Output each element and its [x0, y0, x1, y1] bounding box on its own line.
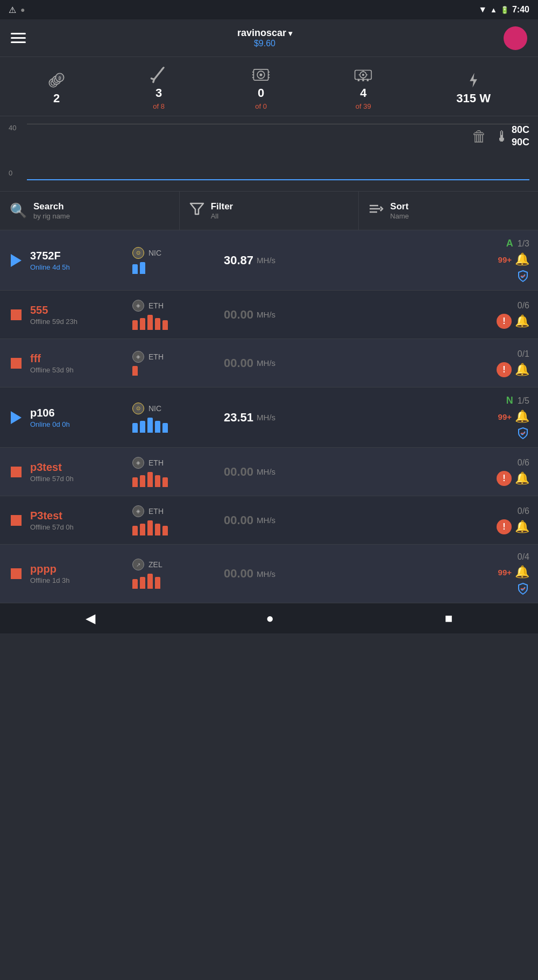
- rig-row[interactable]: P3test Offline 57d 0h ◈ ETH 00.00 MH/s 0…: [0, 496, 538, 545]
- stat-power[interactable]: 315 W: [456, 71, 491, 105]
- bell-icon: 🔔: [515, 471, 529, 485]
- svg-text:!: !: [502, 474, 505, 483]
- hash-unit: MH/s: [257, 413, 275, 422]
- bell-icon: 🔔: [515, 363, 529, 377]
- rig-name: p106: [30, 407, 127, 419]
- rig-fraction: 1/5: [518, 396, 529, 406]
- rig-name-col: pppp Offline 1d 3h: [30, 563, 127, 584]
- svg-text:!: !: [502, 365, 505, 374]
- algo-name: ETH: [148, 352, 164, 361]
- miners-icon: [150, 66, 168, 84]
- rig-name-col: 555 Offline 59d 23h: [30, 304, 127, 326]
- rig-status: Offline 1d 3h: [30, 576, 127, 584]
- rig-right-col: 0/1 ! 🔔: [470, 349, 529, 377]
- temp-critical: 90C: [512, 136, 529, 149]
- rig-row[interactable]: fff Offline 53d 9h ◈ ETH 00.00 MH/s 0/1: [0, 339, 538, 387]
- rig-name-col: 3752F Online 4d 5h: [30, 250, 127, 271]
- rig-right-col: N 1/5 99+ 🔔: [470, 395, 529, 440]
- controls-row: 🔍 Search by rig name Filter All Sort: [0, 192, 538, 230]
- username-label[interactable]: ravinoscar: [237, 27, 292, 39]
- wifi-icon: ▼: [478, 5, 487, 15]
- hash-value: 00.00: [224, 356, 253, 370]
- hash-unit: MH/s: [257, 310, 275, 319]
- rig-fraction: 0/6: [518, 301, 529, 311]
- rig-alerts: 99+ 🔔: [498, 565, 529, 579]
- coins-icon: ₿: [47, 71, 66, 89]
- warning-icon: ⚠: [9, 5, 16, 15]
- rig-name: pppp: [30, 563, 127, 575]
- coins-value: 2: [53, 91, 60, 105]
- chart-line-area: [27, 124, 529, 180]
- filter-icon: [189, 201, 204, 220]
- trash-icon[interactable]: 🗑: [472, 128, 487, 145]
- algo-name: NIC: [148, 404, 161, 413]
- rig-algo-col: ◈ ETH: [127, 351, 218, 376]
- hash-value: 00.00: [224, 308, 253, 322]
- alert-badge: !: [497, 314, 512, 329]
- stat-coins[interactable]: ₿ 2: [47, 71, 66, 105]
- filter-button[interactable]: Filter All: [180, 192, 359, 230]
- header-center[interactable]: ravinoscar $9.60: [237, 27, 292, 48]
- rig-name: 555: [30, 304, 127, 316]
- algo-bars: [132, 366, 218, 376]
- rig-algo-col: ⊙ NIC: [127, 403, 218, 433]
- rig-right-col: 0/6 ! 🔔: [470, 301, 529, 329]
- shield-icon: [516, 427, 529, 440]
- rig-top-right: 0/6: [518, 301, 529, 311]
- sort-button[interactable]: Sort Name: [359, 192, 538, 230]
- bell-icon: 🔔: [515, 520, 529, 534]
- status-icons: ⚠ ●: [9, 5, 25, 15]
- rig-alerts: ! 🔔: [497, 471, 529, 486]
- algo-bars: [132, 418, 218, 433]
- chart-area: 40 0 🗑 🌡 80C 90C: [0, 116, 538, 192]
- svg-rect-26: [358, 79, 359, 81]
- gpu-icon: [354, 66, 372, 84]
- gpu-sub: of 39: [356, 102, 371, 110]
- rig-top-right: 0/4: [518, 552, 529, 562]
- stats-row: ₿ 2 3 of 8 0 of 0: [0, 57, 538, 116]
- stat-miners[interactable]: 3 of 8: [150, 66, 168, 110]
- hash-unit: MH/s: [257, 516, 275, 525]
- rig-fraction: 0/1: [518, 349, 529, 359]
- rig-row[interactable]: 555 Offline 59d 23h ◈ ETH 00.00 MH/s 0/6: [0, 291, 538, 339]
- rig-row[interactable]: 3752F Online 4d 5h ⊙ NIC 30.87 MH/s A 1/…: [0, 230, 538, 291]
- search-icon: 🔍: [10, 202, 27, 219]
- chart-bottom-line: [27, 179, 529, 180]
- algo-bars: [132, 262, 218, 274]
- rig-row[interactable]: p3test Offline 57d 0h ◈ ETH 00.00 MH/s 0…: [0, 448, 538, 496]
- rig-shield-alerts: [516, 582, 529, 595]
- algo-name: NIC: [148, 249, 161, 257]
- stat-asic[interactable]: 0 of 0: [252, 66, 270, 110]
- rig-row[interactable]: pppp Offline 1d 3h ↗ ZEL 00.00 MH/s 0/4 …: [0, 545, 538, 603]
- sort-text: Sort Name: [390, 201, 409, 220]
- gpu-value: 4: [360, 86, 366, 100]
- shield-icon: [516, 582, 529, 595]
- hash-value: 00.00: [224, 567, 253, 581]
- miners-sub: of 8: [153, 102, 165, 110]
- profile-dot[interactable]: [504, 26, 527, 50]
- home-button[interactable]: ●: [260, 605, 279, 631]
- hamburger-menu[interactable]: [11, 33, 26, 43]
- rig-alerts: ! 🔔: [497, 314, 529, 329]
- svg-text:!: !: [502, 316, 505, 326]
- rig-alerts: 99+ 🔔: [498, 252, 529, 266]
- temp-display: 🌡 80C 90C: [494, 124, 529, 149]
- asic-icon: [252, 66, 270, 84]
- rig-row[interactable]: p106 Online 0d 0h ⊙ NIC 23.51 MH/s N 1/5…: [0, 387, 538, 448]
- algo-name: ETH: [148, 301, 164, 310]
- algo-top: ⊙ NIC: [132, 247, 218, 259]
- rig-right-col: A 1/3 99+ 🔔: [470, 238, 529, 283]
- svg-text:!: !: [502, 522, 505, 531]
- algo-name: ZEL: [148, 560, 162, 569]
- recent-button[interactable]: ■: [440, 605, 458, 631]
- search-button[interactable]: 🔍 Search by rig name: [0, 192, 180, 230]
- time-display: 7:40: [512, 5, 529, 15]
- rig-hash-col: 00.00 MH/s: [218, 465, 470, 479]
- stat-gpu[interactable]: 4 of 39: [354, 66, 372, 110]
- rig-name: P3test: [30, 510, 127, 522]
- filter-label: Filter: [211, 201, 233, 212]
- back-button[interactable]: ◀: [80, 605, 101, 631]
- circle-icon: ●: [20, 5, 25, 14]
- rig-status: Online 4d 5h: [30, 263, 127, 271]
- svg-line-8: [152, 79, 154, 80]
